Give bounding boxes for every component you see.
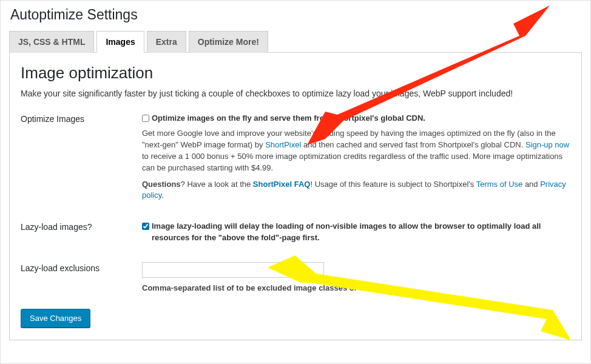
optimize-images-description-1: Get more Google love and improve your we…	[142, 128, 570, 174]
section-title: Image optimization	[21, 64, 570, 83]
page-title: Autoptimize Settings	[9, 7, 582, 23]
tab-extra[interactable]: Extra	[147, 31, 186, 53]
tabs: JS, CSS & HTML Images Extra Optimize Mor…	[9, 30, 582, 53]
lazy-load-exclusions-help: Comma-separated list of to be excluded i…	[142, 283, 570, 294]
link-shortpixel-faq[interactable]: ShortPixel FAQ	[253, 180, 311, 189]
link-shortpixel[interactable]: ShortPixel	[265, 140, 301, 149]
save-button[interactable]: Save Changes	[21, 309, 90, 328]
link-signup[interactable]: Sign-up now	[525, 140, 569, 149]
label-lazy-load-exclusions: Lazy-load exclusions	[21, 262, 142, 294]
label-optimize-images: Optimize Images	[21, 113, 142, 206]
section-description: Make your site significantly faster by j…	[21, 87, 570, 99]
optimize-images-checkbox-label[interactable]: Optimize images on the fly and serve the…	[142, 113, 570, 124]
row-lazy-load-exclusions: Lazy-load exclusions Comma-separated lis…	[21, 262, 570, 294]
row-lazy-load: Lazy-load images? Image lazy-loading wil…	[21, 221, 570, 248]
tab-images[interactable]: Images	[96, 31, 144, 53]
link-terms-of-use[interactable]: Terms of Use	[476, 180, 523, 189]
tab-js-css-html[interactable]: JS, CSS & HTML	[9, 31, 94, 53]
optimize-images-description-2: Questions? Have a look at the ShortPixel…	[142, 179, 570, 202]
lazy-load-checkbox-label[interactable]: Image lazy-loading will delay the loadin…	[142, 221, 570, 244]
lazy-load-checkbox[interactable]	[142, 223, 149, 230]
lazy-load-exclusions-input[interactable]	[142, 262, 324, 278]
settings-panel: Image optimization Make your site signif…	[9, 53, 582, 340]
label-lazy-load: Lazy-load images?	[21, 221, 142, 248]
optimize-images-checkbox[interactable]	[142, 115, 149, 122]
row-optimize-images: Optimize Images Optimize images on the f…	[21, 113, 570, 206]
tab-optimize-more[interactable]: Optimize More!	[189, 31, 268, 53]
